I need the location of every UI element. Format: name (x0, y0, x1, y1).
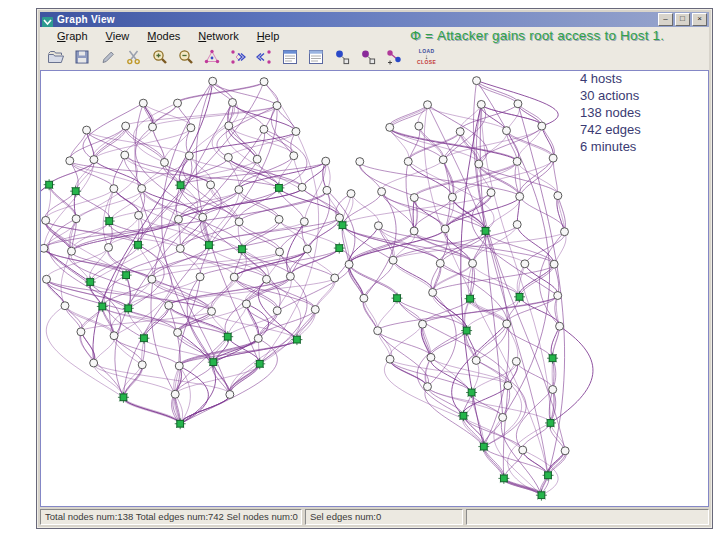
add-edge-icon[interactable] (383, 46, 405, 68)
add-node-icon[interactable] (331, 46, 353, 68)
expand-right-icon[interactable] (227, 46, 249, 68)
edit-pencil-icon[interactable] (97, 46, 119, 68)
cut-scissors-icon[interactable] (123, 46, 145, 68)
app-icon (42, 14, 53, 25)
menu-graph[interactable]: Graph (50, 29, 95, 43)
stat-hosts: 4 hosts (580, 70, 641, 87)
layout-radial-icon[interactable] (201, 46, 223, 68)
status-totals: Total nodes num:138 Total edges num:742 … (40, 509, 302, 525)
menu-view[interactable]: View (99, 29, 137, 43)
collapse-left-icon[interactable] (253, 46, 275, 68)
stat-edges: 742 edges (580, 121, 641, 138)
edit-node-icon[interactable] (357, 46, 379, 68)
zoom-in-icon[interactable] (149, 46, 171, 68)
open-folder-icon[interactable] (45, 46, 67, 68)
menu-modes[interactable]: Modes (140, 29, 187, 43)
save-icon[interactable] (71, 46, 93, 68)
maximize-button[interactable]: □ (675, 13, 690, 26)
slide: Graph View – □ × Graph View Modes Networ… (0, 0, 720, 540)
menu-network[interactable]: Network (191, 29, 245, 43)
minimize-button[interactable]: – (658, 13, 673, 26)
phi-caption: Φ = Attacker gains root access to Host 1… (410, 28, 664, 43)
status-selected-edges: Sel edges num:0 (305, 509, 463, 525)
load-close-annotation: LOAD ↓ CLOSE (417, 49, 436, 65)
close-label[interactable]: CLOSE (417, 60, 436, 65)
status-filler (466, 509, 709, 525)
statusbar: Total nodes num:138 Total edges num:742 … (40, 509, 709, 525)
window-title: Graph View (57, 14, 654, 25)
edge-list-icon[interactable] (305, 46, 327, 68)
close-button[interactable]: × (692, 13, 707, 26)
menu-help[interactable]: Help (250, 29, 287, 43)
toolbar: LOAD ↓ CLOSE (40, 44, 709, 70)
stat-actions: 30 actions (580, 87, 641, 104)
stat-nodes: 138 nodes (580, 104, 641, 121)
zoom-out-icon[interactable] (175, 46, 197, 68)
stat-minutes: 6 minutes (580, 138, 641, 155)
stats-block: 4 hosts 30 actions 138 nodes 742 edges 6… (580, 70, 641, 155)
window-controls: – □ × (658, 13, 707, 26)
node-list-icon[interactable] (279, 46, 301, 68)
window-titlebar[interactable]: Graph View – □ × (40, 12, 709, 27)
